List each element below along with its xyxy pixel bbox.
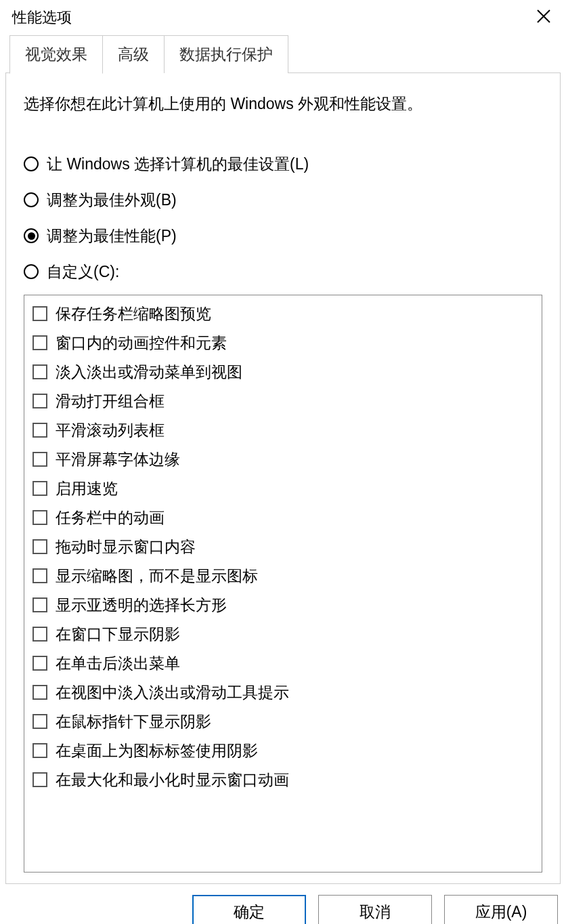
checkbox-label: 在最大化和最小化时显示窗口动画 xyxy=(56,770,289,791)
checkbox-item[interactable]: 保存任务栏缩略图预览 xyxy=(32,303,534,324)
checkbox-label: 在窗口下显示阴影 xyxy=(56,624,180,645)
checkbox-icon xyxy=(32,306,47,321)
radio-icon xyxy=(24,264,39,279)
checkbox-label: 在桌面上为图标标签使用阴影 xyxy=(56,740,258,761)
checkbox-item[interactable]: 在桌面上为图标标签使用阴影 xyxy=(32,740,534,761)
checkbox-icon xyxy=(32,335,47,350)
checkbox-item[interactable]: 平滑滚动列表框 xyxy=(32,420,534,441)
checkbox-icon xyxy=(32,656,47,671)
ok-button[interactable]: 确定 xyxy=(192,895,306,925)
radio-let-windows-choose[interactable]: 让 Windows 选择计算机的最佳设置(L) xyxy=(24,154,542,175)
tab-dep[interactable]: 数据执行保护 xyxy=(164,35,288,73)
checkbox-label: 滑动打开组合框 xyxy=(56,391,165,412)
tab-strip: 视觉效果 高级 数据执行保护 xyxy=(0,35,566,73)
checkbox-item[interactable]: 在鼠标指针下显示阴影 xyxy=(32,711,534,732)
checkbox-label: 启用速览 xyxy=(56,478,118,499)
checkbox-item[interactable]: 显示缩略图，而不是显示图标 xyxy=(32,566,534,587)
checkbox-label: 拖动时显示窗口内容 xyxy=(56,537,196,558)
radio-icon xyxy=(24,192,39,207)
checkbox-icon xyxy=(32,364,47,379)
checkbox-item[interactable]: 任务栏中的动画 xyxy=(32,507,534,528)
tab-advanced[interactable]: 高级 xyxy=(102,35,165,73)
radio-custom[interactable]: 自定义(C): xyxy=(24,261,542,282)
checkbox-icon xyxy=(32,685,47,700)
tab-label: 视觉效果 xyxy=(25,45,87,63)
checkbox-list: 保存任务栏缩略图预览 窗口内的动画控件和元素 淡入淡出或滑动菜单到视图 滑动打开… xyxy=(24,295,542,873)
checkbox-label: 淡入淡出或滑动菜单到视图 xyxy=(56,362,242,383)
cancel-button[interactable]: 取消 xyxy=(318,895,432,925)
apply-button[interactable]: 应用(A) xyxy=(444,895,558,925)
radio-best-performance[interactable]: 调整为最佳性能(P) xyxy=(24,226,542,247)
checkbox-label: 窗口内的动画控件和元素 xyxy=(56,333,227,354)
checkbox-item[interactable]: 滑动打开组合框 xyxy=(32,391,534,412)
checkbox-item[interactable]: 显示亚透明的选择长方形 xyxy=(32,595,534,616)
radio-label: 让 Windows 选择计算机的最佳设置(L) xyxy=(47,154,309,175)
radio-label: 调整为最佳性能(P) xyxy=(47,226,177,247)
checkbox-label: 在鼠标指针下显示阴影 xyxy=(56,711,211,732)
button-row: 确定 取消 应用(A) xyxy=(0,884,566,925)
checkbox-label: 在视图中淡入淡出或滑动工具提示 xyxy=(56,682,289,703)
checkbox-item[interactable]: 启用速览 xyxy=(32,478,534,499)
close-icon xyxy=(536,9,551,24)
checkbox-label: 任务栏中的动画 xyxy=(56,507,165,528)
checkbox-icon xyxy=(32,627,47,642)
checkbox-icon xyxy=(32,510,47,525)
checkbox-label: 显示亚透明的选择长方形 xyxy=(56,595,227,616)
checkbox-item[interactable]: 窗口内的动画控件和元素 xyxy=(32,333,534,354)
checkbox-item[interactable]: 平滑屏幕字体边缘 xyxy=(32,449,534,470)
checkbox-label: 平滑屏幕字体边缘 xyxy=(56,449,180,470)
tab-content: 选择你想在此计算机上使用的 Windows 外观和性能设置。 让 Windows… xyxy=(5,72,561,884)
checkbox-label: 平滑滚动列表框 xyxy=(56,420,165,441)
radio-icon xyxy=(24,228,39,243)
checkbox-icon xyxy=(32,597,47,612)
tab-label: 高级 xyxy=(118,45,149,63)
radio-icon xyxy=(24,156,39,171)
checkbox-item[interactable]: 淡入淡出或滑动菜单到视图 xyxy=(32,362,534,383)
checkbox-label: 在单击后淡出菜单 xyxy=(56,653,180,674)
checkbox-label: 保存任务栏缩略图预览 xyxy=(56,303,211,324)
radio-label: 自定义(C): xyxy=(47,261,119,282)
checkbox-item[interactable]: 在窗口下显示阴影 xyxy=(32,624,534,645)
checkbox-icon xyxy=(32,452,47,467)
checkbox-icon xyxy=(32,743,47,758)
checkbox-icon xyxy=(32,481,47,496)
radio-group: 让 Windows 选择计算机的最佳设置(L) 调整为最佳外观(B) 调整为最佳… xyxy=(24,154,542,282)
checkbox-icon xyxy=(32,568,47,583)
checkbox-item[interactable]: 在最大化和最小化时显示窗口动画 xyxy=(32,770,534,791)
window-title: 性能选项 xyxy=(12,7,72,28)
checkbox-icon xyxy=(32,394,47,408)
description-text: 选择你想在此计算机上使用的 Windows 外观和性能设置。 xyxy=(24,92,542,116)
checkbox-item[interactable]: 拖动时显示窗口内容 xyxy=(32,537,534,558)
checkbox-item[interactable]: 在视图中淡入淡出或滑动工具提示 xyxy=(32,682,534,703)
titlebar: 性能选项 xyxy=(0,0,566,35)
checkbox-label: 显示缩略图，而不是显示图标 xyxy=(56,566,258,587)
radio-best-appearance[interactable]: 调整为最佳外观(B) xyxy=(24,190,542,211)
checkbox-icon xyxy=(32,423,47,438)
checkbox-icon xyxy=(32,539,47,554)
tab-visual-effects[interactable]: 视觉效果 xyxy=(9,35,103,74)
checkbox-item[interactable]: 在单击后淡出菜单 xyxy=(32,653,534,674)
close-button[interactable] xyxy=(529,5,558,30)
checkbox-icon xyxy=(32,714,47,729)
tab-label: 数据执行保护 xyxy=(179,45,273,63)
radio-label: 调整为最佳外观(B) xyxy=(47,190,177,211)
checkbox-icon xyxy=(32,772,47,787)
